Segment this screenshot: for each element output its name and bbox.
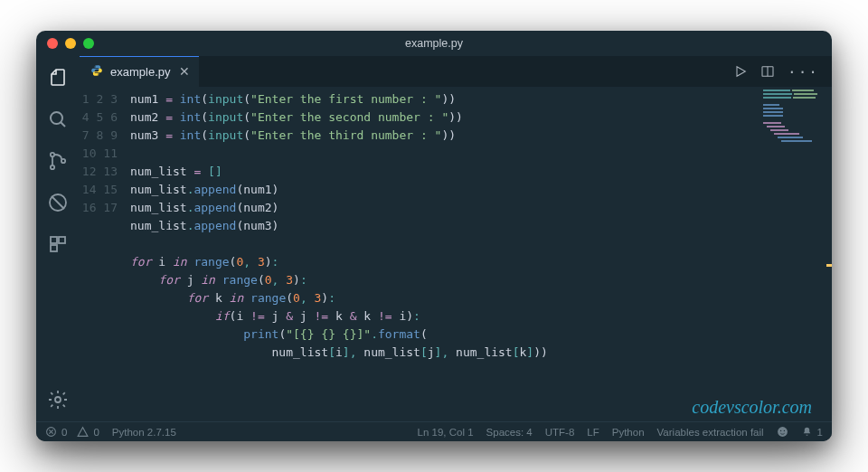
status-python-version[interactable]: Python 2.7.15: [112, 427, 176, 438]
minimize-window-button[interactable]: [65, 38, 76, 49]
status-eol[interactable]: LF: [587, 427, 599, 438]
svg-point-34: [778, 427, 788, 437]
code-content[interactable]: num1 = int(input("Enter the first number…: [130, 87, 832, 421]
svg-point-10: [95, 66, 96, 67]
svg-point-4: [61, 159, 65, 163]
tab-example-py[interactable]: example.py ✕: [80, 56, 199, 87]
tab-label: example.py: [110, 65, 170, 79]
overview-ruler: [826, 87, 832, 421]
status-extra[interactable]: Variables extraction fail: [657, 427, 764, 438]
status-cursor-position[interactable]: Ln 19, Col 1: [418, 427, 474, 438]
settings-gear-icon[interactable]: [45, 387, 71, 412]
status-notifications-count: 1: [817, 427, 823, 438]
svg-rect-8: [51, 245, 57, 251]
window-title: example.py: [36, 37, 832, 50]
svg-point-11: [98, 73, 99, 74]
editor-window: example.py: [36, 31, 832, 441]
svg-point-0: [51, 112, 62, 124]
more-actions-button[interactable]: ···: [788, 63, 819, 80]
svg-rect-6: [51, 237, 57, 243]
svg-rect-7: [59, 237, 65, 243]
maximize-window-button[interactable]: [83, 38, 94, 49]
svg-point-3: [51, 165, 54, 169]
status-feedback-icon[interactable]: [777, 426, 788, 438]
status-notifications[interactable]: 1: [801, 426, 823, 438]
svg-point-2: [51, 153, 54, 156]
status-warnings-count: 0: [93, 427, 99, 438]
editor-actions: ···: [733, 56, 832, 87]
run-button[interactable]: [733, 64, 748, 79]
line-number-gutter: 1 2 3 4 5 6 7 8 9 10 11 12 13 14 15 16 1…: [80, 87, 130, 421]
status-bar: 0 0 Python 2.7.15 Ln 19, Col 1 Spaces: 4…: [36, 421, 832, 441]
svg-point-36: [783, 430, 784, 431]
status-indentation[interactable]: Spaces: 4: [486, 427, 533, 438]
debug-icon[interactable]: [45, 190, 71, 215]
split-editor-button[interactable]: [760, 64, 775, 79]
window-controls: [47, 38, 94, 49]
status-encoding[interactable]: UTF-8: [545, 427, 575, 438]
svg-marker-12: [737, 67, 745, 77]
close-window-button[interactable]: [47, 38, 58, 49]
activity-bar: [36, 56, 80, 421]
status-problems[interactable]: 0 0: [45, 426, 99, 438]
explorer-icon[interactable]: [45, 65, 71, 90]
python-file-icon: [90, 64, 103, 80]
status-errors-count: 0: [61, 427, 67, 438]
titlebar: example.py: [36, 31, 832, 56]
tab-close-icon[interactable]: ✕: [179, 64, 190, 79]
svg-point-35: [779, 430, 780, 431]
tab-bar: example.py ✕ ···: [80, 56, 832, 87]
status-language-mode[interactable]: Python: [612, 427, 645, 438]
source-control-icon[interactable]: [45, 148, 71, 174]
svg-point-9: [55, 397, 61, 402]
extensions-icon[interactable]: [45, 231, 71, 257]
code-editor[interactable]: 1 2 3 4 5 6 7 8 9 10 11 12 13 14 15 16 1…: [80, 87, 832, 421]
editor-body: example.py ✕ ··· 1 2 3 4 5 6 7 8 9 10 11…: [36, 56, 832, 421]
editor-area: example.py ✕ ··· 1 2 3 4 5 6 7 8 9 10 11…: [80, 56, 832, 421]
svg-line-1: [61, 122, 65, 127]
search-icon[interactable]: [45, 107, 71, 132]
